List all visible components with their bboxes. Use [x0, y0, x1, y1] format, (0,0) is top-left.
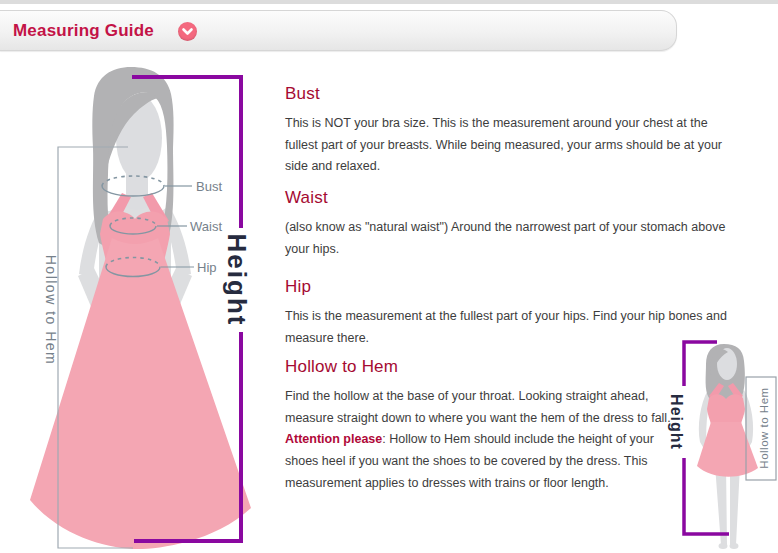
hollow-text-part1: Find the hollow at the base of your thro…: [285, 389, 671, 425]
small-height-vertical-label: Height: [668, 394, 685, 450]
waist-description: (also know as "natural waist") Around th…: [285, 217, 729, 260]
dress-skirt-shape: [30, 238, 251, 549]
section-waist: Waist (also know as "natural waist") Aro…: [285, 188, 729, 260]
section-hollow-to-hem: Hollow to Hem Find the hollow at the bas…: [285, 357, 677, 495]
bust-description: This is NOT your bra size. This is the m…: [285, 113, 729, 178]
section-bust: Bust This is NOT your bra size. This is …: [285, 84, 729, 178]
measuring-diagram-large: Bust Waist Hip Hollow to Hem Height: [0, 55, 280, 553]
bust-label: Bust: [196, 179, 222, 194]
measuring-guide-header[interactable]: Measuring Guide: [0, 10, 677, 51]
small-left-foot: [719, 543, 728, 549]
hip-heading: Hip: [285, 277, 729, 297]
page-title: Measuring Guide: [13, 21, 154, 41]
small-hollow-to-hem-vertical-label: Hollow to Hem: [758, 387, 770, 468]
page-top-edge: [0, 0, 778, 4]
attention-please-label: Attention please: [285, 432, 382, 446]
measuring-diagram-small: Height Hollow to Hem: [650, 330, 778, 553]
hollow-to-hem-heading: Hollow to Hem: [285, 357, 677, 377]
bust-heading: Bust: [285, 84, 729, 104]
hollow-to-hem-vertical-label: Hollow to Hem: [43, 255, 59, 366]
hollow-to-hem-description: Find the hollow at the base of your thro…: [285, 386, 677, 495]
hip-label: Hip: [197, 260, 217, 275]
height-vertical-label: Height: [222, 234, 252, 327]
waist-label: Waist: [190, 219, 222, 234]
small-right-foot: [730, 543, 739, 549]
waist-heading: Waist: [285, 188, 729, 208]
chevron-down-icon[interactable]: [178, 22, 197, 41]
